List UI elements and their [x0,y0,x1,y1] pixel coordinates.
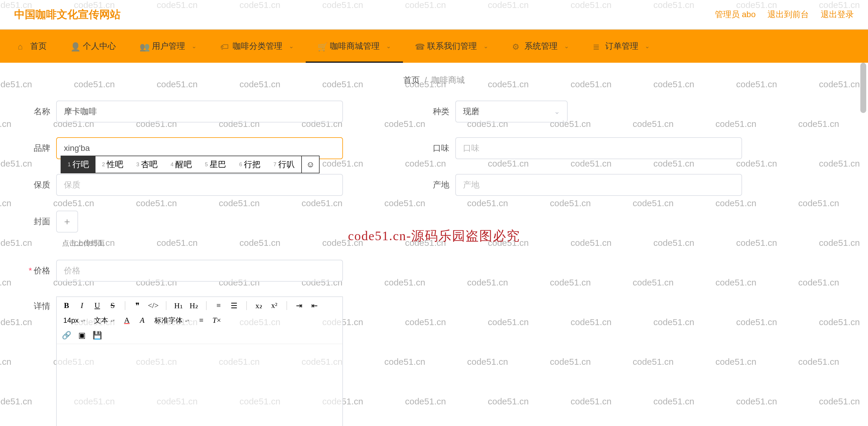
editor-body[interactable] [57,344,342,426]
editor-toolbar: B I U S ❞ </> H₁ H₂ ≡ ☰ x₂ [57,297,342,344]
quote-icon[interactable]: ❞ [132,301,143,311]
label-cover: 封面 [24,216,56,227]
label-price: *价格 [24,265,56,276]
row-detail: 详情 B I U S ❞ </> H₁ H₂ ≡ [24,296,792,426]
ime-candidate[interactable]: 5星巴 [198,156,233,173]
exit-to-front-link[interactable]: 退出到前台 [768,9,809,20]
nav-item-gear[interactable]: ⚙系统管理⌄ [500,30,581,63]
nav-label: 咖啡商城管理 [330,40,380,52]
align-icon[interactable]: ≡ [196,315,206,325]
clear-format-icon[interactable]: T× [212,315,222,325]
input-name[interactable] [56,101,343,122]
ime-emoji-icon[interactable]: ☺ [301,156,319,173]
users-icon: 👥 [140,42,148,50]
font-size-select[interactable]: 14px▴▾ [61,316,87,324]
site-title: 中国咖啡文化宣传网站 [14,7,121,22]
chevron-down-icon: ⌄ [289,42,294,50]
main-nav: ⌂首页👤个人中心👥用户管理⌄🏷咖啡分类管理⌄🛒咖啡商城管理⌄☎联系我们管理⌄⚙系… [0,30,868,63]
breadcrumb-sep: / [425,76,427,85]
select-type-value: 现磨 [463,106,479,117]
nav-label: 联系我们管理 [427,40,477,52]
ime-candidate[interactable]: 1行吧 [61,156,95,173]
format-select[interactable]: 文本▴▾ [92,316,117,325]
app-header: 中国咖啡文化宣传网站 管理员 abo 退出到前台 退出登录 [0,0,868,30]
input-taste[interactable] [455,137,742,159]
list-icon: ≣ [593,42,601,50]
chevron-down-icon: ⌄ [192,42,196,50]
nav-label: 用户管理 [152,40,185,52]
ime-candidate[interactable]: 2性吧 [95,156,130,173]
ime-candidate-bar: 1行吧2性吧3杏吧4醒吧5星巴6行把7行叭☺ [61,155,319,173]
phone-icon: ☎ [415,42,423,50]
upload-cover-hint: 点击上传封面 [62,238,792,248]
input-shelf[interactable] [56,174,343,196]
bg-color-icon[interactable]: A [137,315,147,325]
strike-icon[interactable]: S [107,301,118,311]
nav-label: 咖啡分类管理 [233,40,282,52]
ime-candidate[interactable]: 6行把 [233,156,267,173]
label-type: 种类 [423,106,455,117]
label-detail: 详情 [24,296,56,312]
code-icon[interactable]: </> [148,301,159,311]
nav-label: 订单管理 [605,40,638,52]
label-shelf: 保质 [24,179,56,191]
bold-icon[interactable]: B [61,301,71,311]
nav-item-list[interactable]: ≣订单管理⌄ [581,30,662,63]
scroll-thumb[interactable] [860,63,866,113]
rich-text-editor: B I U S ❞ </> H₁ H₂ ≡ ☰ x₂ [56,296,343,426]
subscript-icon[interactable]: x₂ [254,301,264,311]
input-origin[interactable] [455,174,742,196]
save-icon[interactable]: 💾 [92,330,102,340]
upload-cover-button[interactable]: + [56,210,78,232]
chevron-down-icon: ⌄ [386,42,391,50]
gear-icon: ⚙ [512,42,520,50]
row-origin: 产地 [423,174,792,196]
nav-label: 首页 [30,40,47,52]
ime-candidate[interactable]: 3杏吧 [130,156,164,173]
image-icon[interactable]: ▣ [77,330,87,340]
row-name: 名称 [24,101,393,122]
breadcrumb: 首页 / 咖啡商城 [24,75,844,86]
underline-icon[interactable]: U [92,301,102,311]
font-family-select[interactable]: 标准字体▴▾ [153,316,191,325]
unordered-list-icon[interactable]: ☰ [229,301,239,311]
nav-item-tag[interactable]: 🏷咖啡分类管理⌄ [209,30,306,63]
row-shelf: 保质 [24,174,393,196]
indent-icon[interactable]: ⇥ [294,301,304,311]
header-actions: 管理员 abo 退出到前台 退出登录 [715,9,854,20]
row-type: 种类 现磨 ⌄ [423,101,792,122]
input-price[interactable] [56,260,343,282]
nav-label: 个人中心 [83,40,116,52]
chevron-down-icon: ⌄ [554,107,560,116]
ime-candidate[interactable]: 7行叭 [267,156,301,173]
nav-item-home[interactable]: ⌂首页 [6,30,59,63]
select-type[interactable]: 现磨 ⌄ [455,101,568,122]
h1-icon[interactable]: H₁ [174,301,184,311]
chevron-down-icon: ⌄ [564,42,569,50]
label-taste: 口味 [423,143,455,154]
text-color-icon[interactable]: A [122,315,132,325]
breadcrumb-home[interactable]: 首页 [403,76,420,85]
ime-candidate[interactable]: 4醒吧 [164,156,198,173]
italic-icon[interactable]: I [77,301,87,311]
nav-item-user[interactable]: 👤个人中心 [59,30,128,63]
nav-label: 系统管理 [524,40,558,52]
row-taste: 口味 [423,137,792,159]
nav-item-cart[interactable]: 🛒咖啡商城管理⌄ [306,30,403,63]
nav-item-phone[interactable]: ☎联系我们管理⌄ [403,30,500,63]
link-icon[interactable]: 🔗 [61,330,71,340]
logout-link[interactable]: 退出登录 [821,9,854,20]
cart-icon: 🛒 [317,42,326,50]
label-origin: 产地 [423,179,455,191]
vertical-scrollbar[interactable] [859,63,867,424]
superscript-icon[interactable]: x² [269,301,279,311]
h2-icon[interactable]: H₂ [189,301,199,311]
nav-item-users[interactable]: 👥用户管理⌄ [128,30,209,63]
tag-icon: 🏷 [220,42,228,50]
ordered-list-icon[interactable]: ≡ [214,301,224,311]
breadcrumb-current: 咖啡商城 [432,76,465,85]
product-form: 名称 种类 现磨 ⌄ 品牌 口味 保质 产地 封 [24,101,792,426]
user-icon: 👤 [70,42,79,50]
outdent-icon[interactable]: ⇤ [310,301,319,311]
admin-name-link[interactable]: 管理员 abo [715,9,756,20]
